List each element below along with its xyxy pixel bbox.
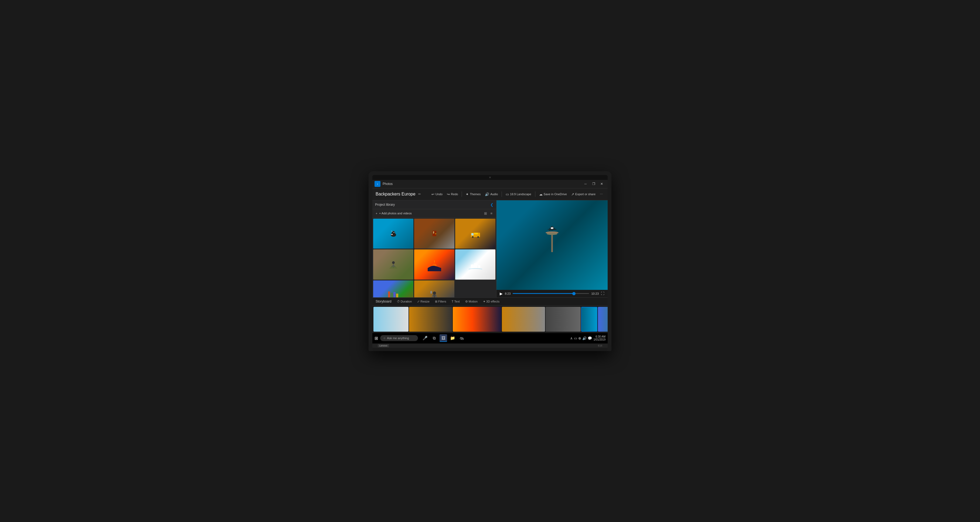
export-icon: ↗ xyxy=(571,192,574,196)
export-button[interactable]: ↗ Export or share xyxy=(570,191,597,197)
audio-button[interactable]: 🔊 Audio xyxy=(483,191,500,197)
duration-button[interactable]: ⏱ Duration xyxy=(396,299,413,304)
progress-thumb xyxy=(572,292,576,295)
timeline-clip-bird[interactable] xyxy=(581,307,597,332)
taskbar-explorer-button[interactable]: 📁 xyxy=(449,334,456,342)
taskbar-search[interactable]: ○ Ask me anything xyxy=(380,335,418,341)
title-bar-left: ‹ Photos xyxy=(374,181,393,187)
photo-thumbnail-door[interactable] xyxy=(414,219,454,249)
audio-icon: 🔊 xyxy=(485,192,489,196)
more-button[interactable]: ⋯ xyxy=(598,192,605,197)
svg-point-28 xyxy=(551,227,552,229)
svg-point-11 xyxy=(392,261,395,264)
resize-button[interactable]: ⤢ Resize xyxy=(416,299,431,304)
list-view-button[interactable]: ≡ xyxy=(489,211,493,216)
redo-button[interactable]: ↪ Redo xyxy=(445,191,460,197)
grid-view-button[interactable]: ⊞ xyxy=(483,211,488,216)
view-toggle: ⊞ ≡ xyxy=(483,211,493,216)
themes-icon: ✦ xyxy=(466,192,469,196)
photo-thumbnail-sunset[interactable] xyxy=(414,249,454,279)
aspect-button[interactable]: ▭ 16:9 Landscape xyxy=(504,191,533,197)
webcam-dot xyxy=(489,177,491,178)
laptop-base xyxy=(372,348,608,351)
progress-bar[interactable] xyxy=(513,293,589,294)
photo-thumbnail-bird[interactable] xyxy=(373,219,414,249)
photo-thumbnail-van[interactable] xyxy=(455,219,495,249)
taskbar: ⊞ ○ Ask me anything 🎤 ⧉ 🖼 📁 🛍 ∧ ▭ xyxy=(372,333,608,344)
timeline-clip-hiker[interactable] xyxy=(409,307,452,332)
taskbar-mic-button[interactable]: 🎤 xyxy=(421,334,429,342)
timeline-clip-hoodedman[interactable] xyxy=(546,307,581,332)
themes-button[interactable]: ✦ Themes xyxy=(464,191,482,197)
taskbar-store-button[interactable]: 🛍 xyxy=(458,334,465,342)
svg-rect-22 xyxy=(430,291,432,294)
fullscreen-button[interactable]: ⛶ xyxy=(601,292,605,295)
thumb-door-inner xyxy=(414,219,454,249)
svg-rect-23 xyxy=(551,233,553,252)
edit-title-icon[interactable]: ✏ xyxy=(418,192,421,196)
library-collapse-button[interactable]: ❮ xyxy=(490,203,493,207)
app-name-label: Photos xyxy=(383,182,393,186)
photo-thumbnail-hiker2[interactable] xyxy=(414,281,454,297)
network-icon[interactable]: ⊕ xyxy=(578,336,581,340)
title-bar-right: ─ ❐ ✕ xyxy=(582,180,606,188)
taskbar-clock[interactable]: 6:30 AM 1/01/2019 xyxy=(593,335,606,341)
title-bar: ‹ Photos ─ ❐ ✕ xyxy=(372,180,608,189)
project-library: Project library ❮ ＋ + Add photos and vid… xyxy=(372,200,496,297)
motion-button[interactable]: ⚙ Motion xyxy=(464,299,479,304)
svg-rect-19 xyxy=(393,292,396,297)
app-window: ‹ Photos ─ ❐ ✕ Backpackers Europe ✏ ↩ Un… xyxy=(372,180,608,344)
svg-point-9 xyxy=(472,236,474,238)
svg-rect-15 xyxy=(474,263,477,268)
lenovo-badge: Lenovo xyxy=(378,344,389,347)
notification-icon[interactable]: 💬 xyxy=(588,336,592,340)
timeline-clip-buildings[interactable] xyxy=(598,307,608,332)
svg-rect-17 xyxy=(388,292,390,297)
minimize-button[interactable]: ─ xyxy=(582,180,589,188)
timeline-clip-village[interactable] xyxy=(374,307,409,332)
video-area xyxy=(496,200,608,290)
undo-icon: ↩ xyxy=(431,192,434,196)
taskbar-task-view-button[interactable]: ⧉ xyxy=(430,334,438,342)
save-button[interactable]: ☁ Save in OneDrive xyxy=(538,191,568,197)
thumb-sunset-inner xyxy=(414,249,454,279)
start-button[interactable]: ⊞ xyxy=(374,336,378,341)
storyboard: Storyboard ⏱ Duration ⤢ Resize ⊞ Filters xyxy=(372,297,608,333)
time-total: 10:23 xyxy=(591,292,599,295)
thumb-bird-inner xyxy=(373,219,414,249)
chevron-icon[interactable]: ∧ xyxy=(570,336,573,340)
more-icon: ⋯ xyxy=(600,192,603,196)
timeline-clip-sunset[interactable] xyxy=(453,307,501,332)
svg-point-2 xyxy=(393,232,394,233)
back-button[interactable]: ‹ xyxy=(374,181,380,187)
time-current: 8:23 xyxy=(505,292,511,295)
resize-icon: ⤢ xyxy=(417,300,420,303)
close-button[interactable]: ✕ xyxy=(598,180,606,188)
photo-thumbnail-colorful[interactable] xyxy=(373,281,414,297)
text-button[interactable]: T Text xyxy=(450,299,461,304)
photo-thumbnail-village[interactable] xyxy=(455,249,495,279)
restore-button[interactable]: ❐ xyxy=(590,180,597,188)
effects-3d-button[interactable]: ✦ 3D effects xyxy=(482,299,501,304)
taskbar-photos-button[interactable]: 🖼 xyxy=(439,334,447,342)
storyboard-title-label: Storyboard xyxy=(375,300,391,303)
export-label: Export or share xyxy=(575,192,595,196)
filters-button[interactable]: ⊞ Filters xyxy=(434,299,447,304)
photo-thumbnail-hiker1[interactable] xyxy=(373,249,414,279)
thumb-village-inner xyxy=(455,249,495,279)
clock-time: 6:30 AM xyxy=(593,335,606,338)
duration-icon: ⏱ xyxy=(397,300,400,303)
battery-icon[interactable]: ▭ xyxy=(574,336,577,340)
timeline-clip-van[interactable] xyxy=(502,307,545,332)
library-title-label: Project library xyxy=(375,203,395,206)
undo-button[interactable]: ↩ Undo xyxy=(430,191,444,197)
svg-rect-18 xyxy=(391,293,393,297)
aspect-icon: ▭ xyxy=(506,192,509,196)
play-button[interactable]: ▶ xyxy=(500,292,503,296)
add-media-button[interactable]: ＋ + Add photos and videos xyxy=(375,211,412,216)
add-icon: ＋ xyxy=(375,211,378,216)
webcam-bar xyxy=(372,175,608,180)
themes-label: Themes xyxy=(470,192,480,196)
volume-icon[interactable]: 🔊 xyxy=(582,336,587,340)
taskbar-right: ∧ ▭ ⊕ 🔊 💬 6:30 AM 1/01/2019 xyxy=(570,335,606,341)
